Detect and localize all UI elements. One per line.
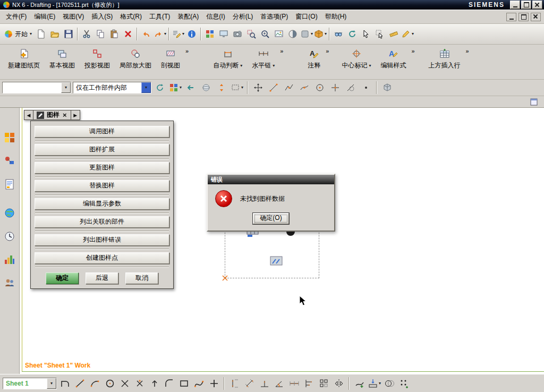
- toolbar-overflow-icon[interactable]: »: [280, 48, 283, 54]
- snap-endpoint-button[interactable]: [267, 81, 280, 95]
- zoom-button[interactable]: [258, 27, 272, 41]
- new-sheet-button[interactable]: 新建图纸页: [3, 46, 45, 72]
- assembly-navigator-button[interactable]: [2, 130, 17, 145]
- edit-style-button[interactable]: A 编辑样式: [376, 46, 411, 72]
- add-curve-tool-button[interactable]: [353, 377, 366, 390]
- save-button[interactable]: [62, 27, 75, 41]
- start-menu-button[interactable]: 开始 ▾: [2, 27, 34, 41]
- toolbar-overflow-icon[interactable]: »: [185, 48, 189, 54]
- mdi-restore-button[interactable]: [518, 13, 529, 21]
- drafting-object-symbol[interactable]: [270, 255, 283, 267]
- mdi-close-button[interactable]: [531, 13, 541, 21]
- intersection-curve-tool-button[interactable]: [382, 377, 396, 390]
- ok-button[interactable]: 确定: [46, 272, 79, 284]
- combo-dropdown-button[interactable]: ▾: [47, 378, 56, 389]
- dialog-close-icon[interactable]: ×: [62, 112, 67, 118]
- selection-filter-combo[interactable]: ▾: [2, 82, 71, 93]
- minimize-button[interactable]: [510, 1, 520, 9]
- back-selection-button[interactable]: [184, 81, 198, 95]
- extend-tool-button[interactable]: [148, 377, 161, 390]
- orient-view-button[interactable]: ▾: [313, 27, 327, 41]
- history-button[interactable]: [2, 229, 17, 244]
- angular-dimension-tool-button[interactable]: [273, 377, 286, 390]
- call-pattern-button[interactable]: 调用图样: [35, 126, 169, 138]
- inferred-dimension-button[interactable]: 自动判断▾: [208, 46, 247, 72]
- delete-button[interactable]: [121, 27, 135, 41]
- error-ok-button[interactable]: 确定(O): [253, 213, 289, 224]
- mdi-minimize-button[interactable]: [506, 13, 516, 21]
- close-button[interactable]: [532, 1, 542, 9]
- chain-dimension-tool-button[interactable]: [287, 377, 301, 390]
- zoom-area-button[interactable]: [244, 27, 258, 41]
- snapshot-button[interactable]: [231, 27, 244, 41]
- previous-dialog-arrow[interactable]: ◀: [24, 110, 33, 120]
- base-view-button[interactable]: 基本视图: [45, 46, 80, 72]
- open-file-button[interactable]: [48, 27, 62, 41]
- mirror-curve-tool-button[interactable]: [332, 377, 345, 390]
- visual-reports-button[interactable]: [2, 252, 17, 267]
- new-file-button[interactable]: [34, 27, 48, 41]
- fit-view-button[interactable]: [272, 27, 286, 41]
- toolbar-overflow-icon[interactable]: »: [466, 48, 469, 54]
- snap-tangent-button[interactable]: [344, 81, 358, 95]
- snap-node-button[interactable]: [298, 81, 311, 95]
- expand-pattern-button[interactable]: 图样扩展: [35, 144, 169, 156]
- line-tool-button[interactable]: [73, 377, 87, 390]
- rectangle-tool-button[interactable]: [177, 377, 191, 390]
- back-button[interactable]: 后退: [86, 272, 118, 284]
- annotation-pencil-button[interactable]: ▾: [401, 27, 414, 41]
- information-button[interactable]: [185, 27, 199, 41]
- center-mark-button[interactable]: 中心标记▾: [337, 46, 376, 72]
- project-curve-tool-button[interactable]: ▾: [368, 377, 381, 390]
- part-navigator-button[interactable]: [2, 177, 17, 192]
- baseline-dimension-tool-button[interactable]: [302, 377, 316, 390]
- snap-midpoint-button[interactable]: [282, 81, 296, 95]
- rectangle-select-button[interactable]: ▾: [230, 81, 244, 95]
- copy-button[interactable]: [94, 27, 107, 41]
- section-view-button[interactable]: 剖视图: [156, 46, 185, 72]
- sheet-combo[interactable]: Sheet 1 ▾: [3, 378, 57, 389]
- restore-button[interactable]: [521, 1, 531, 9]
- perpendicular-dimension-tool-button[interactable]: [258, 377, 271, 390]
- combo-dropdown-button[interactable]: ▾: [61, 82, 71, 93]
- menu-preferences[interactable]: 首选项(P): [257, 11, 292, 23]
- measure-button[interactable]: [387, 27, 401, 41]
- edit-display-parameters-button[interactable]: 编辑显示参数: [35, 198, 169, 210]
- menu-format[interactable]: 格式(R): [116, 11, 146, 23]
- toolbar-overflow-icon[interactable]: »: [326, 48, 329, 54]
- list-pattern-errors-button[interactable]: 列出图样错误: [35, 234, 169, 246]
- menu-view[interactable]: 视图(V): [59, 11, 88, 23]
- dock-toggle-button[interactable]: [527, 95, 541, 109]
- menu-help[interactable]: 帮助(H): [321, 11, 351, 23]
- micro-up-down-buttons[interactable]: [215, 81, 228, 95]
- snap-point-settings-button[interactable]: ▾: [168, 81, 182, 95]
- dialog-tab-pattern[interactable]: 图样 ×: [33, 110, 71, 120]
- undo-button[interactable]: [139, 27, 153, 41]
- point-tool-button[interactable]: [133, 377, 146, 390]
- parallel-dimension-tool-button[interactable]: [243, 377, 256, 390]
- update-pattern-button[interactable]: 更新图样: [35, 162, 169, 174]
- arc-tool-button[interactable]: [88, 377, 101, 390]
- cut-button[interactable]: [80, 27, 94, 41]
- regenerate-work-view-button[interactable]: [153, 81, 167, 95]
- derived-point-tool-button[interactable]: [118, 377, 131, 390]
- window-layout-button[interactable]: [203, 27, 217, 41]
- note-button[interactable]: A 注释: [303, 46, 325, 72]
- shaded-view-button[interactable]: [286, 27, 300, 41]
- menu-tools[interactable]: 工具(T): [146, 11, 174, 23]
- display-part-button[interactable]: [217, 27, 231, 41]
- selection-filter-button[interactable]: [373, 27, 387, 41]
- menu-assemblies[interactable]: 装配(A): [174, 11, 202, 23]
- rotate-view-button[interactable]: [345, 27, 359, 41]
- menu-edit[interactable]: 编辑(E): [30, 11, 59, 23]
- roles-button[interactable]: [2, 276, 17, 291]
- snap-center-button[interactable]: [313, 81, 327, 95]
- cancel-button[interactable]: 取消: [125, 272, 158, 284]
- work-plane-button[interactable]: [380, 81, 394, 95]
- menu-analysis[interactable]: 分析(L): [229, 11, 257, 23]
- list-associated-parts-button[interactable]: 列出关联的部件: [35, 216, 169, 228]
- rendering-style-button[interactable]: ▾: [300, 27, 313, 41]
- select-arrow-button[interactable]: [359, 27, 373, 41]
- drawing-canvas[interactable]: ◀ 图样 × ▶ 调用图样 图样扩展 更新图样 替换图样 编辑显示参数: [20, 108, 544, 374]
- menu-file[interactable]: 文件(F): [2, 11, 30, 23]
